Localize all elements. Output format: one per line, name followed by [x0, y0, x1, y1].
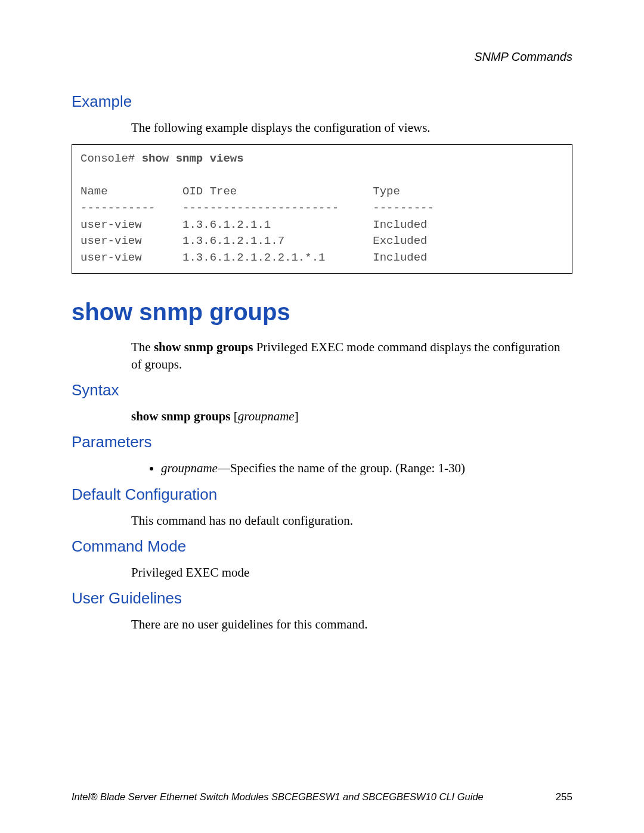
- code-example-box: Console# show snmp views Name OID Tree T…: [72, 144, 572, 274]
- console-command: show snmp views: [142, 152, 244, 165]
- heading-user-guidelines: User Guidelines: [72, 589, 572, 608]
- parameters-list: groupname—Specifies the name of the grou…: [131, 460, 572, 476]
- footer-title: Intel® Blade Server Ethernet Switch Modu…: [72, 791, 484, 803]
- heading-command-title: show snmp groups: [72, 299, 572, 326]
- heading-command-mode: Command Mode: [72, 537, 572, 556]
- footer-page-number: 255: [556, 791, 572, 803]
- console-prompt: Console#: [80, 152, 142, 165]
- default-configuration-text: This command has no default configuratio…: [131, 512, 572, 529]
- heading-parameters: Parameters: [72, 433, 572, 451]
- syntax-line: show snmp groups [groupname]: [131, 408, 572, 425]
- running-header: SNMP Commands: [72, 50, 572, 64]
- code-rows: user-view 1.3.6.1.2.1.1 Included user-vi…: [80, 218, 428, 264]
- parameter-item: groupname—Specifies the name of the grou…: [161, 460, 572, 476]
- user-guidelines-text: There are no user guidelines for this co…: [131, 616, 572, 633]
- code-columns-separator: ----------- ----------------------- ----…: [80, 202, 434, 215]
- example-intro: The following example displays the confi…: [131, 119, 572, 136]
- command-mode-text: Privileged EXEC mode: [131, 564, 572, 581]
- heading-syntax: Syntax: [72, 381, 572, 400]
- code-columns-header: Name OID Tree Type: [80, 185, 400, 198]
- heading-default-configuration: Default Configuration: [72, 485, 572, 504]
- command-description: The show snmp groups Privileged EXEC mod…: [131, 339, 572, 373]
- heading-example: Example: [72, 92, 572, 111]
